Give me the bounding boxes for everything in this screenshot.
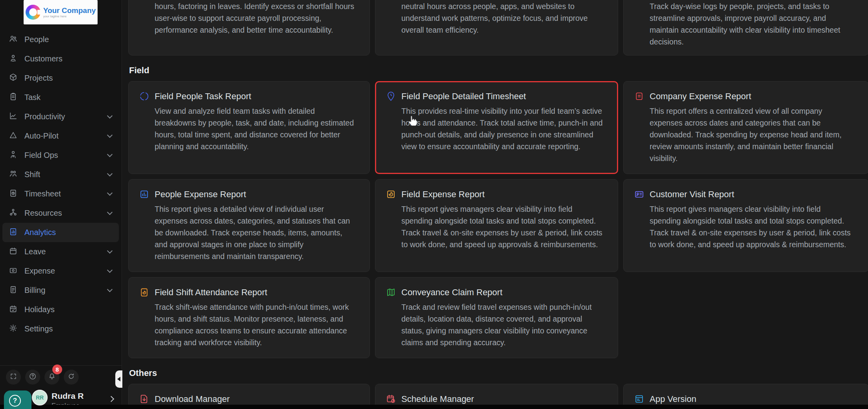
pie-square-icon	[386, 189, 396, 200]
sidebar-item-settings[interactable]: Settings	[0, 319, 121, 339]
card-title: Download Manager	[155, 394, 230, 404]
pin-clock-icon	[386, 91, 396, 102]
sidebar-item-auto-pilot[interactable]: Auto-Pilot	[0, 126, 121, 146]
sidebar-item-projects[interactable]: Projects	[0, 68, 121, 88]
card-title: Field People Detailed Timesheet	[401, 91, 526, 102]
chevron-down-icon	[107, 152, 113, 157]
company-logo[interactable]: Your Company your tagline here	[24, 0, 98, 24]
report-card-field-shift-attendance-report[interactable]: Field Shift Attendance ReportTrack shift…	[128, 277, 370, 358]
card-header: Field People Task Report	[139, 91, 355, 102]
sidebar-item-label: Customers	[24, 54, 112, 63]
report-card-field-people-detailed-timesheet[interactable]: Field People Detailed TimesheetThis prov…	[375, 81, 618, 174]
company-logo-icon	[26, 5, 41, 20]
report-card-field-people-task-report[interactable]: Field People Task ReportView and analyze…	[128, 81, 370, 174]
card-description: This provides real-time visibility into …	[401, 105, 603, 152]
help-widget-button[interactable]: ?	[4, 390, 31, 409]
sidebar-item-label: Holidays	[24, 305, 112, 314]
report-card-partial[interactable]: neutral hours across people, apps, and w…	[375, 0, 618, 56]
chevron-down-icon	[107, 209, 113, 215]
fullscreen-button[interactable]	[6, 370, 21, 385]
report-card-field-expense-report[interactable]: Field Expense ReportThis report gives ma…	[375, 179, 618, 272]
card-description: View and analyze field team tasks with d…	[155, 105, 355, 152]
sidebar-item-label: Expense	[24, 266, 108, 276]
people-icon	[9, 34, 18, 45]
analytics-icon	[9, 227, 18, 238]
help-icon	[29, 372, 37, 382]
card-title: Customer Visit Report	[650, 189, 734, 200]
section-title-others: Others	[129, 368, 868, 378]
card-header: Field Expense Report	[386, 189, 603, 200]
sidebar-item-resources[interactable]: Resources	[0, 204, 121, 223]
sidebar-item-expense[interactable]: Expense	[0, 261, 121, 281]
sidebar: Your Company your tagline here PeopleCus…	[0, 0, 122, 409]
sidebar-item-leave[interactable]: Leave	[0, 242, 121, 261]
user-menu-chevron[interactable]	[108, 396, 115, 402]
card-header: Field People Detailed Timesheet	[386, 91, 603, 102]
sidebar-item-label: People	[24, 35, 112, 44]
card-title: Field Expense Report	[401, 189, 485, 200]
card-header: People Expense Report	[139, 189, 355, 200]
report-card-company-expense-report[interactable]: Company Expense ReportThis report offers…	[623, 81, 868, 174]
bottom-strip	[0, 405, 868, 409]
card-header: Company Expense Report	[634, 91, 853, 102]
productivity-icon	[9, 111, 18, 122]
sidebar-item-label: Leave	[24, 247, 108, 256]
projects-icon	[9, 73, 18, 84]
holidays-icon	[9, 304, 18, 315]
sidebar-item-timesheet[interactable]: Timesheet	[0, 184, 121, 204]
bell-button[interactable]: 8	[44, 370, 59, 385]
card-header: App Version	[634, 394, 853, 404]
sidebar-footer-buttons: 8	[6, 370, 79, 385]
chevron-left-icon	[117, 377, 120, 381]
report-card-partial[interactable]: Track day-wise logs by people, projects,…	[623, 0, 868, 56]
settings-icon	[9, 324, 18, 335]
sidebar-item-shift[interactable]: Shift	[0, 165, 121, 184]
report-card-customer-visit-report[interactable]: Customer Visit ReportThis report gives m…	[623, 179, 868, 272]
timesheet-icon	[9, 189, 18, 200]
sidebar-item-productivity[interactable]: Productivity	[0, 107, 121, 126]
bar-chart-icon	[139, 189, 150, 200]
id-card-icon	[634, 189, 645, 200]
sidebar-item-field-ops[interactable]: Field Ops	[0, 146, 121, 165]
logo-tagline: your tagline here	[43, 15, 96, 18]
field-ops-icon	[9, 150, 18, 161]
app-window-icon	[634, 394, 645, 404]
sidebar-item-billing[interactable]: Billing	[0, 281, 121, 300]
avatar[interactable]: RR	[32, 390, 48, 405]
chevron-down-icon	[107, 267, 113, 273]
chevron-down-icon	[107, 190, 113, 196]
card-header: Field Shift Attendance Report	[139, 287, 355, 298]
help-button[interactable]	[25, 370, 40, 385]
chevron-down-icon	[107, 132, 113, 138]
sidebar-item-customers[interactable]: Customers	[0, 49, 121, 68]
map-icon	[386, 287, 396, 298]
report-card-people-expense-report[interactable]: People Expense ReportThis report gives a…	[128, 179, 370, 272]
expense-icon	[9, 266, 18, 277]
card-title: Field Shift Attendance Report	[155, 287, 267, 298]
chevron-down-icon	[107, 171, 113, 176]
main-content: hours, factoring in leaves. Identify exc…	[122, 0, 868, 409]
card-description: This report gives managers clear visibil…	[650, 203, 853, 250]
card-title: Company Expense Report	[650, 91, 751, 102]
sidebar-item-analytics[interactable]: Analytics	[2, 223, 119, 242]
autopilot-icon	[9, 131, 18, 142]
logo-title: Your Company	[43, 7, 96, 15]
report-card-partial[interactable]: hours, factoring in leaves. Identify exc…	[128, 0, 370, 56]
sidebar-collapse-button[interactable]	[115, 370, 122, 388]
chevron-down-icon	[107, 248, 113, 254]
refresh-button[interactable]	[64, 370, 79, 385]
section-title-field: Field	[129, 65, 868, 76]
doc-pie-icon	[139, 287, 150, 298]
card-header: Conveyance Claim Report	[386, 287, 603, 298]
sidebar-item-task[interactable]: Task	[0, 88, 121, 107]
card-title: People Expense Report	[155, 189, 246, 200]
card-title: Schedule Manager	[401, 394, 474, 404]
card-description: This report offers a centralized view of…	[650, 105, 853, 164]
sidebar-item-holidays[interactable]: Holidays	[0, 300, 121, 319]
help-question-icon: ?	[9, 395, 21, 407]
sidebar-item-label: Settings	[24, 324, 112, 333]
report-card-conveyance-claim-report[interactable]: Conveyance Claim ReportTrack and review …	[375, 277, 618, 358]
card-description: This report gives managers clear visibil…	[401, 203, 603, 250]
sidebar-item-people[interactable]: People	[0, 30, 121, 49]
card-description: Track and review field travel expenses w…	[401, 301, 603, 348]
